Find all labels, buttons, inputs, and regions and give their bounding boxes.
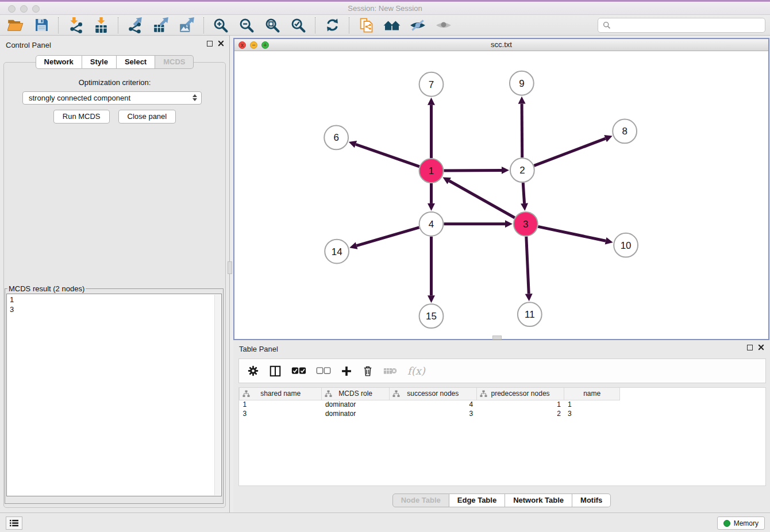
table-cell[interactable]: 3 [564, 409, 619, 418]
table-cell[interactable]: 3 [240, 409, 322, 418]
add-column-button[interactable] [341, 365, 352, 377]
graph-edge-2-3[interactable] [523, 183, 524, 203]
list-icon [9, 519, 19, 527]
close-panel-icon[interactable] [758, 344, 764, 350]
column-header-predecessor-nodes[interactable]: predecessor nodes [476, 388, 564, 400]
memory-label: Memory [734, 519, 759, 527]
export-table-icon [153, 17, 169, 33]
column-header-MCDS-role[interactable]: MCDS role [322, 388, 390, 400]
run-mcds-button[interactable]: Run MCDS [53, 110, 110, 124]
table-cell[interactable]: 4 [389, 400, 476, 409]
graph-edge-1-6[interactable] [356, 144, 419, 167]
memory-button[interactable]: Memory [717, 516, 765, 530]
table-cell[interactable]: 1 [240, 400, 322, 409]
optimization-criterion-select[interactable]: strongly connected component [22, 91, 202, 105]
unselect-all-columns-button[interactable] [316, 367, 331, 375]
graph-edge-arrowhead [428, 203, 435, 211]
zoom-out-icon [238, 17, 255, 33]
network-window-titlebar[interactable]: x – + scc.txt [234, 39, 768, 51]
table-row[interactable]: 1dominator411 [240, 400, 766, 409]
toolbar-separator [203, 17, 204, 33]
table-cell[interactable]: 1 [476, 400, 564, 409]
hide-selected-button[interactable] [407, 17, 429, 34]
tab-mcds[interactable]: MCDS [155, 55, 194, 69]
home-networks-icon [383, 18, 401, 33]
function-builder-button[interactable]: f(x) [407, 365, 425, 377]
zoom-in-button[interactable] [210, 17, 232, 34]
column-header-shared-name[interactable]: shared name [240, 388, 322, 400]
task-history-button[interactable] [6, 516, 22, 530]
clone-network-button[interactable] [355, 17, 377, 34]
graph-edge-2-9[interactable] [522, 104, 522, 158]
export-network-icon [127, 17, 143, 33]
table-cell-filler [619, 400, 765, 409]
graph-edge-3-11[interactable] [526, 237, 529, 294]
delete-column-button[interactable] [362, 365, 374, 377]
select-all-columns-button[interactable] [291, 367, 306, 375]
table-tabs: Node Table Edge Table Network Table Moti… [392, 494, 611, 507]
graph-node-label: 3 [523, 219, 528, 230]
column-header-successor-nodes[interactable]: successor nodes [389, 388, 476, 400]
delete-table-button[interactable] [383, 366, 398, 376]
export-table-button[interactable] [150, 17, 172, 34]
zoom-out-button[interactable] [236, 17, 257, 34]
toolbar-separator [315, 17, 315, 33]
refresh-button[interactable] [321, 17, 343, 34]
tab-select[interactable]: Select [117, 55, 155, 69]
tab-motifs[interactable]: Motifs [572, 494, 611, 507]
show-all-button[interactable] [433, 17, 455, 34]
import-network-button[interactable] [64, 17, 86, 34]
graph-node-label: 6 [333, 132, 338, 143]
vertical-splitter-grip[interactable] [228, 261, 232, 274]
tab-node-table[interactable]: Node Table [392, 494, 449, 507]
table-cell[interactable]: 2 [476, 409, 564, 418]
zoom-fit-button[interactable] [261, 17, 283, 34]
column-hierarchy-icon [242, 390, 250, 398]
close-panel-icon[interactable] [218, 40, 224, 47]
mcds-result-box[interactable]: 1 3 [6, 294, 222, 496]
table-cell[interactable]: 1 [564, 400, 619, 409]
graph-edge-3-1[interactable] [449, 181, 515, 218]
tab-edge-table[interactable]: Edge Table [449, 494, 505, 507]
network-graph: 1234678910111415 [234, 51, 768, 339]
save-session-button[interactable] [30, 17, 52, 34]
zoom-selected-button[interactable] [287, 17, 309, 34]
export-network-button[interactable] [124, 17, 146, 34]
export-image-button[interactable] [176, 17, 198, 34]
table-cell[interactable]: dominator [322, 409, 390, 418]
delete-table-icon [383, 366, 398, 376]
table-panel-title: Table Panel [239, 345, 278, 353]
split-pane-icon [269, 365, 282, 377]
network-canvas[interactable]: 1234678910111415 [234, 51, 768, 339]
gear-button[interactable] [247, 365, 259, 377]
split-pane-button[interactable] [269, 365, 282, 377]
horizontal-splitter-grip[interactable] [492, 336, 502, 340]
tab-network-table[interactable]: Network Table [505, 494, 572, 507]
import-table-button[interactable] [90, 17, 112, 34]
float-panel-icon[interactable] [207, 41, 213, 47]
mcds-result-title: MCDS result (2 nodes) [7, 284, 86, 293]
float-panel-icon[interactable] [747, 345, 753, 350]
search-field[interactable] [598, 18, 765, 33]
minimize-network-icon[interactable]: – [250, 41, 257, 49]
graph-edge-4-14[interactable] [357, 228, 419, 246]
open-session-button[interactable] [5, 17, 26, 34]
column-hierarchy-icon [392, 390, 400, 398]
close-network-icon[interactable]: x [238, 41, 246, 49]
close-panel-button[interactable]: Close panel [118, 110, 176, 124]
table-cell[interactable]: dominator [322, 400, 390, 409]
tab-network[interactable]: Network [36, 55, 82, 69]
maximize-network-icon[interactable]: + [261, 41, 269, 49]
column-header-name[interactable]: name [564, 388, 619, 400]
home-networks-button[interactable] [381, 17, 403, 34]
tab-style[interactable]: Style [82, 55, 117, 69]
graph-edge-1-2[interactable] [444, 170, 502, 171]
table-row[interactable]: 3dominator323 [240, 409, 766, 418]
graph-edge-3-10[interactable] [538, 226, 606, 241]
graph-edge-2-8[interactable] [534, 138, 605, 165]
table-cell[interactable]: 3 [389, 409, 476, 418]
network-window-title: scc.txt [234, 39, 768, 51]
node-table-wrap[interactable]: shared nameMCDS rolesuccessor nodesprede… [238, 387, 766, 486]
search-input[interactable] [614, 21, 760, 29]
result-scrollbar[interactable] [214, 295, 221, 495]
